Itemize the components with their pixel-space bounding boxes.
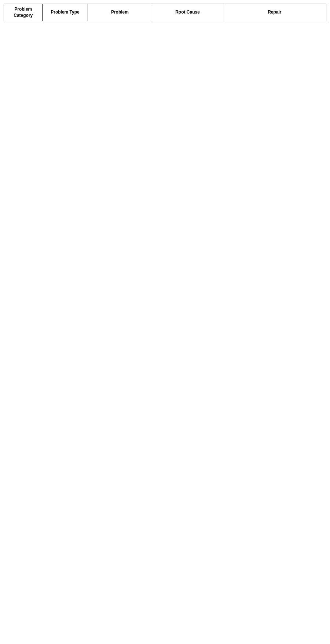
main-table-wrapper: Problem Category Problem Type Problem Ro…	[0, 0, 330, 25]
header-type: Problem Type	[43, 4, 88, 21]
header-problem: Problem	[88, 4, 152, 21]
camper-repair-table: Problem Category Problem Type Problem Ro…	[4, 4, 326, 21]
header-category: Problem Category	[4, 4, 43, 21]
header-root-cause: Root Cause	[152, 4, 223, 21]
header-repair: Repair	[223, 4, 326, 21]
